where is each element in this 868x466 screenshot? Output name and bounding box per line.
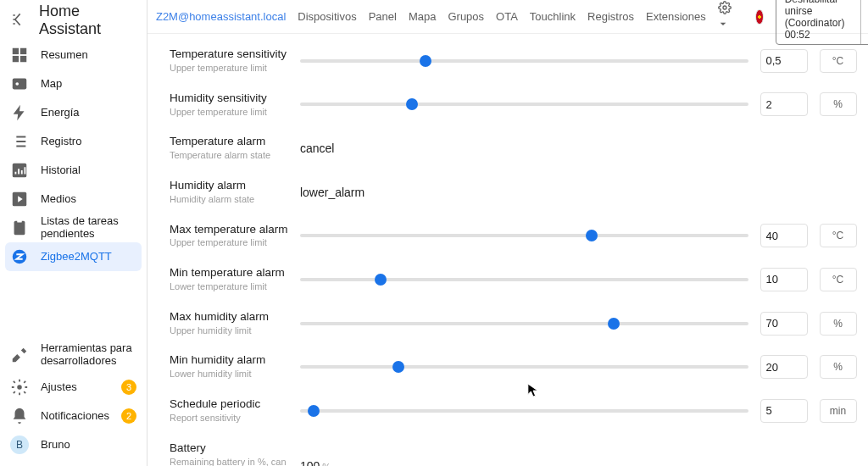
sidebar-header: Home Assistant (0, 0, 147, 41)
sidebar-item-resumen[interactable]: Resumen (0, 41, 147, 69)
tab-dispositivos[interactable]: Dispositivos (298, 10, 356, 23)
setting-row: BatteryRemaining battery in %, can take … (170, 433, 857, 466)
value-input[interactable] (760, 92, 808, 116)
slider[interactable] (300, 365, 748, 369)
svg-point-12 (723, 6, 726, 9)
tab-ota[interactable]: OTA (496, 10, 518, 23)
content[interactable]: Temperature sensitivityUpper temperature… (147, 34, 868, 466)
setting-subtitle: Lower temperature limit (170, 281, 288, 293)
unit-label: % (820, 312, 857, 336)
sidebar-item-medios[interactable]: Medios (0, 185, 147, 214)
slider[interactable] (300, 103, 748, 106)
setting-subtitle: Upper temperature limit (170, 107, 288, 119)
sidebar-item-map[interactable]: Map (0, 69, 147, 98)
setting-row: Max humidity alarmUpper humidity limit% (170, 302, 857, 346)
unit-label: % (820, 92, 857, 116)
sidebar-item-devtools[interactable]: Herramientas para desarrolladores (0, 337, 147, 373)
value-input[interactable] (760, 355, 808, 379)
slider-thumb[interactable] (308, 405, 320, 417)
topbar: Z2M@homeassistant.local Dispositivos Pan… (147, 0, 868, 34)
sidebar-item-ajustes[interactable]: Ajustes 3 (0, 373, 147, 402)
unit-label: °C (820, 224, 857, 247)
unit-label: min (820, 399, 857, 423)
setting-row: Schedule periodicReport sensitivitymin (170, 389, 857, 433)
slider[interactable] (300, 278, 748, 281)
slider[interactable] (300, 59, 748, 63)
list-icon (10, 132, 29, 151)
svg-rect-0 (13, 48, 19, 54)
breadcrumb[interactable]: Z2M@homeassistant.local (156, 10, 286, 23)
svg-point-11 (17, 385, 22, 390)
slider-thumb[interactable] (420, 55, 431, 67)
sidebar-item-energia[interactable]: Energía (0, 98, 147, 127)
value-input[interactable] (760, 49, 808, 73)
svg-point-5 (15, 82, 19, 86)
tab-touchlink[interactable]: Touchlink (530, 10, 576, 23)
setting-title: Min humidity alarm (170, 353, 288, 368)
tab-panel[interactable]: Panel (369, 10, 397, 23)
sidebar-bottom: Herramientas para desarrolladores Ajuste… (0, 337, 147, 466)
setting-label-group: Humidity alarmHumidity alarm state (170, 179, 288, 206)
setting-subtitle: Upper temperature limit (170, 63, 288, 75)
unit-label: °C (820, 49, 857, 73)
svg-rect-1 (20, 48, 26, 54)
language-flag-icon[interactable] (755, 9, 764, 25)
slider-thumb[interactable] (608, 318, 620, 330)
sidebar-item-zigbee2mqtt[interactable]: Zigbee2MQTT (5, 242, 142, 271)
sidebar-item-registro[interactable]: Registro (0, 127, 147, 156)
setting-title: Temperature alarm (170, 135, 288, 149)
slider-thumb[interactable] (406, 98, 418, 110)
notifications-badge: 2 (121, 408, 136, 424)
slider[interactable] (300, 409, 748, 413)
setting-label-group: BatteryRemaining battery in %, can take … (170, 441, 288, 466)
gear-icon (10, 378, 29, 397)
setting-static-value: 100 (300, 459, 320, 466)
setting-row: Max temperature alarmUpper temperature l… (170, 214, 857, 258)
setting-text-value: cancel (300, 141, 857, 155)
dashboard-icon (10, 46, 29, 64)
setting-text-value: lower_alarm (300, 186, 857, 199)
value-input[interactable] (760, 268, 808, 291)
chart-icon (10, 161, 29, 180)
setting-label-group: Temperature sensitivityUpper temperature… (170, 47, 288, 75)
setting-subtitle: Remaining battery in %, can take up to 2… (170, 457, 288, 467)
setting-subtitle: Humidity alarm state (170, 194, 288, 206)
clipboard-icon (10, 219, 29, 237)
setting-title: Schedule periodic (170, 397, 288, 412)
menu-icon[interactable] (10, 11, 27, 31)
svg-rect-9 (17, 219, 22, 223)
tab-grupos[interactable]: Grupos (448, 10, 484, 23)
setting-subtitle: Report sensitivity (170, 413, 288, 424)
svg-rect-3 (20, 56, 26, 62)
setting-title: Min temperature alarm (170, 266, 288, 280)
setting-row: Min temperature alarmLower temperature l… (170, 258, 857, 302)
tab-registros[interactable]: Registros (587, 10, 634, 23)
setting-label-group: Temperature alarmTemperature alarm state (170, 135, 288, 162)
slider[interactable] (300, 322, 748, 325)
setting-subtitle: Upper temperature limit (170, 237, 288, 249)
sidebar-list: Resumen Map Energía Registro Historial M… (0, 41, 147, 337)
value-input[interactable] (760, 312, 808, 336)
setting-row: Min humidity alarmLower humidity limit% (170, 345, 857, 389)
slider[interactable] (300, 234, 748, 237)
value-input[interactable] (760, 399, 808, 423)
setting-title: Humidity sensitivity (170, 92, 288, 106)
sidebar: Home Assistant Resumen Map Energía Regis… (0, 0, 147, 466)
sidebar-item-user[interactable]: B Bruno (0, 430, 147, 459)
sidebar-item-notificaciones[interactable]: Notificaciones 2 (0, 402, 147, 430)
svg-rect-4 (13, 79, 27, 90)
tab-mapa[interactable]: Mapa (409, 10, 437, 23)
sidebar-item-historial[interactable]: Historial (0, 156, 147, 185)
slider-thumb[interactable] (392, 361, 404, 373)
tab-extensiones[interactable]: Extensiones (646, 10, 706, 23)
unit-label: % (820, 355, 857, 379)
slider-thumb[interactable] (586, 230, 598, 241)
slider-thumb[interactable] (375, 274, 387, 286)
svg-rect-2 (13, 56, 19, 62)
value-input[interactable] (760, 224, 808, 247)
settings-gear-icon[interactable] (718, 1, 732, 33)
sidebar-item-tareas[interactable]: Listas de tareas pendientes (0, 214, 147, 242)
setting-label-group: Min humidity alarmLower humidity limit (170, 353, 288, 380)
bell-icon (10, 407, 29, 425)
svg-rect-8 (14, 221, 25, 236)
